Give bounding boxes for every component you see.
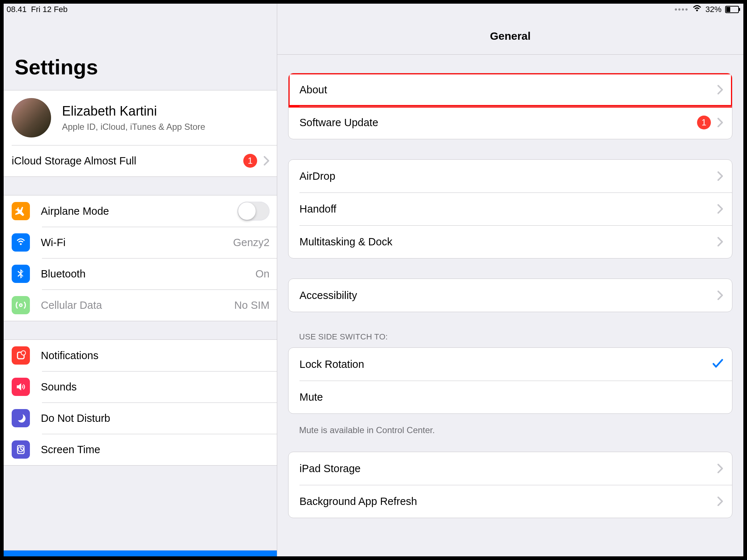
sidebar-item-general[interactable]: General 1 [4, 551, 277, 556]
accessibility-label: Accessibility [299, 289, 711, 302]
detail-item-ipad-storage[interactable]: iPad Storage [289, 452, 732, 485]
chevron-right-icon [717, 237, 723, 246]
mute-label: Mute [299, 391, 723, 403]
bg-refresh-label: Background App Refresh [299, 495, 711, 508]
airplane-toggle[interactable] [237, 202, 270, 221]
chevron-right-icon [717, 497, 723, 506]
cellular-icon [12, 296, 30, 314]
screentime-icon [12, 440, 30, 459]
detail-item-airdrop[interactable]: AirDrop [289, 160, 732, 192]
handoff-label: Handoff [299, 203, 711, 215]
device-frame: 08.41 Fri 12 Feb •••• 32% Settings [0, 0, 747, 560]
sidebar-item-airplane[interactable]: Airplane Mode [4, 195, 277, 227]
wifi-icon [692, 5, 702, 14]
cellular-value: No SIM [234, 299, 270, 311]
icloud-storage-warning-row[interactable]: iCloud Storage Almost Full 1 [4, 145, 277, 176]
bluetooth-value: On [255, 268, 270, 280]
detail-item-about[interactable]: About [289, 73, 732, 106]
detail-item-lock-rotation[interactable]: Lock Rotation [289, 348, 732, 381]
avatar [12, 98, 51, 137]
chevron-right-icon [717, 204, 723, 214]
detail-item-software-update[interactable]: Software Update 1 [289, 106, 732, 139]
dnd-label: Do Not Disturb [41, 412, 270, 424]
chevron-right-icon [717, 171, 723, 181]
icloud-storage-label: iCloud Storage Almost Full [12, 155, 240, 167]
bluetooth-label: Bluetooth [41, 268, 252, 280]
chevron-right-icon [717, 291, 723, 300]
status-date: Fri 12 Feb [31, 5, 67, 14]
cellular-label: Cellular Data [41, 299, 231, 311]
checkmark-icon [712, 359, 723, 370]
apple-id-sub: Apple ID, iCloud, iTunes & App Store [62, 122, 205, 132]
wifi-label: Wi-Fi [41, 237, 229, 249]
airdrop-label: AirDrop [299, 170, 711, 182]
apple-id-row[interactable]: Elizabeth Kartini Apple ID, iCloud, iTun… [4, 90, 277, 145]
sounds-label: Sounds [41, 381, 270, 393]
sidebar-item-sounds[interactable]: Sounds [4, 371, 277, 402]
side-switch-footer: Mute is available in Control Center. [288, 419, 732, 435]
status-bar: 08.41 Fri 12 Feb •••• 32% [4, 4, 743, 15]
wifi-settings-icon [12, 233, 30, 252]
lock-rotation-label: Lock Rotation [299, 358, 712, 370]
notifications-label: Notifications [41, 350, 270, 362]
chevron-right-icon [264, 156, 270, 166]
svg-rect-2 [739, 8, 740, 11]
screentime-label: Screen Time [41, 444, 270, 456]
sidebar-item-dnd[interactable]: Do Not Disturb [4, 402, 277, 434]
chevron-right-icon [717, 118, 723, 127]
software-update-badge: 1 [697, 116, 711, 129]
detail-pane: General About Software Update 1 Air [277, 4, 743, 556]
notifications-icon [12, 346, 30, 365]
chevron-right-icon [717, 85, 723, 94]
svg-rect-1 [726, 7, 730, 12]
sidebar-item-screentime[interactable]: Screen Time [4, 434, 277, 465]
icloud-storage-badge: 1 [243, 154, 257, 168]
status-time: 08.41 [7, 5, 27, 14]
about-label: About [299, 84, 711, 96]
settings-title: Settings [4, 4, 277, 90]
detail-item-handoff[interactable]: Handoff [289, 192, 732, 225]
detail-item-accessibility[interactable]: Accessibility [289, 279, 732, 312]
sidebar-item-notifications[interactable]: Notifications [4, 340, 277, 371]
detail-item-mute[interactable]: Mute [289, 381, 732, 413]
detail-item-bg-refresh[interactable]: Background App Refresh [289, 485, 732, 518]
sidebar-item-cellular[interactable]: Cellular Data No SIM [4, 289, 277, 321]
sidebar: Settings Elizabeth Kartini Apple ID, iCl… [4, 4, 277, 556]
bluetooth-icon [12, 265, 30, 283]
sidebar-item-bluetooth[interactable]: Bluetooth On [4, 258, 277, 289]
side-switch-heading: USE SIDE SWITCH TO: [288, 332, 732, 347]
dnd-icon [12, 409, 30, 427]
detail-item-multitasking[interactable]: Multitasking & Dock [289, 225, 732, 258]
status-dots-icon: •••• [674, 5, 689, 14]
multitasking-label: Multitasking & Dock [299, 236, 711, 248]
sounds-icon [12, 378, 30, 396]
ipad-storage-label: iPad Storage [299, 463, 711, 475]
apple-id-name: Elizabeth Kartini [62, 104, 205, 119]
software-update-label: Software Update [299, 117, 693, 129]
sidebar-item-wifi[interactable]: Wi-Fi Genzy2 [4, 227, 277, 258]
chevron-right-icon [717, 464, 723, 473]
battery-icon [725, 6, 740, 13]
airplane-icon [12, 202, 30, 220]
airplane-label: Airplane Mode [41, 205, 237, 217]
battery-pct: 32% [705, 5, 721, 14]
svg-point-4 [21, 351, 26, 355]
wifi-value: Genzy2 [233, 237, 270, 249]
